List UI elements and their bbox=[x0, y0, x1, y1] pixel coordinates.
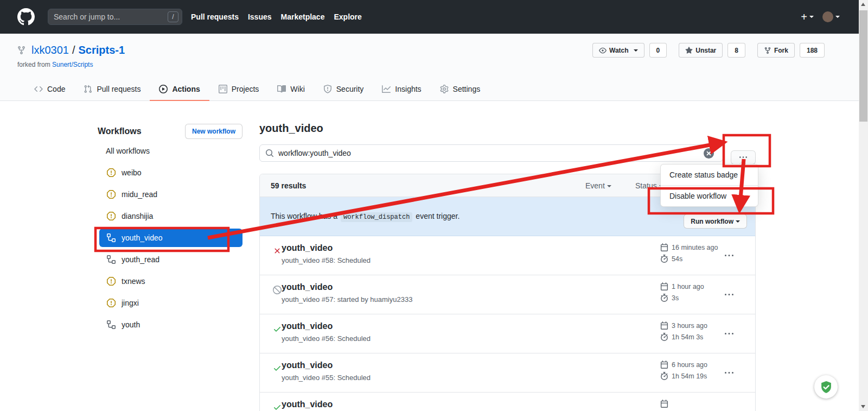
new-workflow-button[interactable]: New workflow bbox=[185, 124, 242, 139]
check-success-icon bbox=[273, 364, 282, 372]
run-row-57: youth_video youth_video #57: started by … bbox=[260, 275, 755, 314]
green-shield-check-icon bbox=[819, 380, 833, 394]
global-search[interactable]: / bbox=[48, 9, 182, 25]
run-title-link[interactable]: youth_video bbox=[282, 361, 333, 370]
sidebar-item-all-workflows[interactable]: All workflows bbox=[99, 140, 242, 162]
kebab-menu-icon[interactable] bbox=[725, 330, 733, 338]
run-duration: 1h 54m 19s bbox=[672, 372, 707, 380]
sidebar-item-youth-read[interactable]: youth_read bbox=[99, 249, 242, 270]
avatar[interactable] bbox=[822, 11, 833, 22]
run-meta: 1 hour ago 3s bbox=[660, 282, 704, 305]
banner-text-after: event trigger. bbox=[416, 212, 459, 220]
forked-from-link[interactable]: Sunert/Scripts bbox=[52, 61, 93, 68]
run-subtitle: youth_video #57: started by huamiyu2333 bbox=[282, 295, 412, 303]
watch-count[interactable]: 0 bbox=[649, 43, 667, 58]
nav-link-pull-requests[interactable]: Pull requests bbox=[191, 12, 239, 21]
tab-wiki[interactable]: Wiki bbox=[268, 78, 314, 101]
run-title-link[interactable]: youth_video bbox=[282, 243, 333, 252]
star-group: Unstar 8 bbox=[679, 43, 745, 58]
event-filter[interactable]: Event bbox=[585, 181, 611, 190]
unstar-button[interactable]: Unstar bbox=[679, 43, 723, 58]
scrollbar-up-arrow[interactable] bbox=[861, 3, 865, 6]
repo-title-separator: / bbox=[72, 44, 75, 56]
run-title-link[interactable]: youth_video bbox=[282, 282, 333, 292]
code-icon bbox=[34, 85, 43, 93]
unstar-label: Unstar bbox=[695, 47, 716, 54]
results-count: 59 results bbox=[271, 181, 306, 190]
stop-warning-icon bbox=[107, 168, 116, 177]
fork-label: Fork bbox=[774, 47, 788, 54]
fork-count[interactable]: 188 bbox=[800, 43, 825, 58]
sidebar-item-youth[interactable]: youth bbox=[99, 314, 242, 336]
scrollbar-down-arrow[interactable] bbox=[861, 405, 865, 408]
sidebar-item-dianshijia[interactable]: dianshijia bbox=[99, 205, 242, 227]
kebab-menu-icon[interactable] bbox=[725, 369, 733, 377]
repo-name-link[interactable]: Scripts-1 bbox=[79, 44, 125, 56]
book-icon bbox=[277, 85, 286, 93]
sidebar-item-txnews[interactable]: txnews bbox=[99, 270, 242, 292]
shield-icon bbox=[323, 85, 332, 93]
star-count[interactable]: 8 bbox=[727, 43, 745, 58]
chevron-down-icon[interactable] bbox=[835, 16, 840, 18]
run-workflow-button[interactable]: Run workflow bbox=[684, 214, 747, 229]
run-subtitle: youth_video #58: Scheduled bbox=[282, 256, 371, 264]
workflow-icon bbox=[107, 233, 116, 242]
sidebar-item-youth-video[interactable]: youth_video bbox=[99, 229, 242, 247]
global-search-input[interactable] bbox=[54, 12, 168, 21]
kebab-menu-icon[interactable] bbox=[725, 251, 733, 260]
navbar-links: Pull requests Issues Marketplace Explore bbox=[191, 12, 362, 21]
fork-group: Fork 188 bbox=[757, 43, 825, 58]
check-success-icon bbox=[273, 325, 282, 333]
kebab-menu-icon[interactable] bbox=[725, 408, 733, 411]
security-extension-badge[interactable] bbox=[814, 375, 838, 399]
x-failed-icon bbox=[273, 246, 282, 255]
fork-button[interactable]: Fork bbox=[757, 43, 795, 58]
slash-shortcut-badge: / bbox=[168, 11, 178, 22]
sidebar-item-label: dianshijia bbox=[122, 212, 153, 220]
page-scrollbar[interactable] bbox=[859, 0, 868, 411]
forked-from-label: forked from bbox=[17, 61, 50, 68]
tab-code[interactable]: Code bbox=[25, 78, 74, 101]
stopwatch-icon bbox=[660, 294, 668, 302]
calendar-icon bbox=[660, 400, 668, 408]
plus-icon[interactable]: + bbox=[801, 11, 807, 22]
menu-item-create-status-badge[interactable]: Create status badge bbox=[661, 165, 758, 185]
tab-insights[interactable]: Insights bbox=[373, 78, 430, 101]
workflow-icon bbox=[107, 255, 116, 264]
chevron-down-icon[interactable] bbox=[809, 16, 814, 18]
run-workflow-label: Run workflow bbox=[691, 218, 733, 225]
watch-button[interactable]: Watch bbox=[592, 43, 644, 58]
cancelled-slash-icon bbox=[273, 286, 282, 294]
run-when: 3 hours ago bbox=[672, 322, 707, 330]
nav-link-explore[interactable]: Explore bbox=[334, 12, 361, 21]
run-title-link[interactable]: youth_video bbox=[282, 321, 333, 331]
github-logo-icon[interactable] bbox=[17, 8, 35, 26]
tab-actions[interactable]: Actions bbox=[150, 78, 209, 101]
workflow-search-input[interactable] bbox=[278, 149, 704, 157]
run-row-partial: youth_video bbox=[260, 393, 755, 411]
nav-link-issues[interactable]: Issues bbox=[248, 12, 272, 21]
chevron-down-icon bbox=[634, 49, 638, 52]
tab-settings[interactable]: Settings bbox=[431, 78, 490, 101]
sidebar-item-midu-read[interactable]: midu_read bbox=[99, 184, 242, 205]
tab-security[interactable]: Security bbox=[314, 78, 373, 101]
workflow-search[interactable] bbox=[259, 144, 723, 162]
tab-projects[interactable]: Projects bbox=[209, 78, 269, 101]
clear-search-icon[interactable] bbox=[704, 148, 714, 159]
nav-link-marketplace[interactable]: Marketplace bbox=[281, 12, 325, 21]
sidebar-item-jingxi[interactable]: jingxi bbox=[99, 292, 242, 314]
run-title-link[interactable]: youth_video bbox=[282, 400, 333, 409]
run-duration: 1h 54m 3s bbox=[672, 333, 703, 341]
menu-item-disable-workflow[interactable]: Disable workflow bbox=[661, 185, 758, 206]
play-icon bbox=[159, 85, 168, 93]
run-when: 6 hours ago bbox=[672, 361, 707, 369]
repo-owner-link[interactable]: lxk0301 bbox=[31, 44, 69, 56]
calendar-icon bbox=[660, 243, 668, 251]
status-filter[interactable]: Status bbox=[635, 181, 663, 190]
scrollbar-thumb[interactable] bbox=[859, 10, 867, 122]
check-success-icon bbox=[273, 403, 282, 411]
tab-pull-requests[interactable]: Pull requests bbox=[74, 78, 150, 101]
sidebar-item-weibo[interactable]: weibo bbox=[99, 162, 242, 184]
run-text: youth_video youth_video #57: started by … bbox=[282, 282, 412, 303]
kebab-menu-icon[interactable] bbox=[725, 290, 733, 299]
